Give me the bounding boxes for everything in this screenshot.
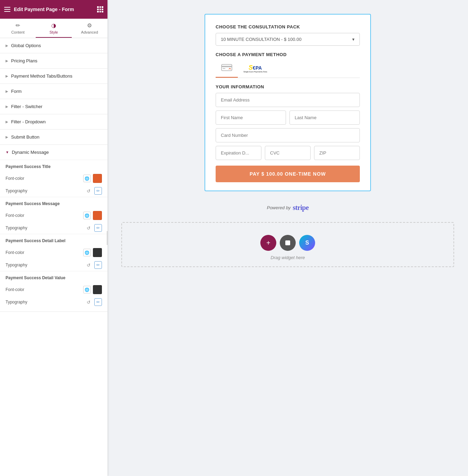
success-title-typography-controls: ↺ ✏: [85, 187, 102, 195]
accordion-form-label: Form: [11, 89, 21, 94]
accordion-filter-dropdown: ▶ Filter - Dropdown: [0, 114, 107, 130]
success-message-font-color-row: Font-color 🌐: [0, 209, 107, 222]
pencil-icon-button[interactable]: ✏: [94, 261, 102, 269]
payment-form-card: CHOOSE THE CONSULTATION PACK 10 MINUTE C…: [205, 14, 371, 191]
accordion-payment-method-tabs-label: Payment Method Tabs/Buttons: [11, 73, 72, 79]
accordion-filter-switcher-header[interactable]: ▶ Filter - Switcher: [0, 99, 107, 114]
drag-widget-area: + S Drag widget here: [121, 222, 454, 267]
email-field[interactable]: [216, 93, 360, 107]
accordion-form: ▶ Form: [0, 84, 107, 99]
stripe-brand-label: stripe: [293, 204, 309, 212]
success-message-typography-label: Typography: [6, 226, 27, 230]
accordion-payment-method-tabs-header[interactable]: ▶ Payment Method Tabs/Buttons: [0, 69, 107, 83]
sidebar-topbar: Edit Payment Page - Form: [0, 0, 107, 19]
accordion-dynamic-message: ▼ Dynamic Message Payment Success Title …: [0, 145, 107, 312]
refresh-icon-button[interactable]: ↺: [85, 224, 92, 232]
svg-rect-1: [222, 66, 232, 67]
success-message-color-swatch[interactable]: [93, 211, 102, 220]
accordion-submit-button-label: Submit Button: [11, 134, 40, 140]
pencil-icon-button[interactable]: ✏: [94, 187, 102, 195]
globe-icon-button[interactable]: 🌐: [83, 286, 91, 293]
tab-advanced-label: Advanced: [81, 30, 98, 34]
success-detail-value-font-color-label: Font-color: [6, 287, 24, 292]
chevron-right-icon: ▶: [6, 120, 8, 124]
pencil-icon-button[interactable]: ✏: [94, 224, 102, 232]
success-detail-label-typography-controls: ↺ ✏: [85, 261, 102, 269]
first-name-field[interactable]: [216, 111, 286, 125]
accordion-pricing-plans: ▶ Pricing Plans: [0, 53, 107, 69]
accordion-submit-button-header[interactable]: ▶ Submit Button: [0, 130, 107, 144]
success-title-typography-label: Typography: [6, 188, 27, 193]
success-message-typography-row: Typography ↺ ✏: [0, 222, 107, 234]
chevron-right-icon: ▶: [6, 74, 8, 78]
success-detail-label-font-color-controls: 🌐: [83, 248, 102, 257]
drag-widget-label: Drag widget here: [271, 255, 305, 260]
success-title-color-swatch[interactable]: [93, 174, 102, 183]
add-widget-button[interactable]: +: [260, 235, 276, 251]
consultation-dropdown[interactable]: 10 MINUTE CONSULTATION - $ 100.00 ▾: [216, 33, 360, 46]
advanced-icon: ⚙: [87, 22, 92, 29]
success-detail-value-font-color-controls: 🌐: [83, 285, 102, 294]
card-payment-icon: [221, 63, 232, 73]
expiry-field[interactable]: [216, 146, 261, 160]
main-content: CHOOSE THE CONSULTATION PACK 10 MINUTE C…: [107, 0, 468, 476]
payment-success-detail-value-section: Payment Success Detail Value: [0, 271, 107, 283]
sidebar-collapse-handle[interactable]: ‹: [107, 231, 107, 245]
refresh-icon-button[interactable]: ↺: [85, 187, 92, 195]
svg-rect-3: [285, 240, 290, 245]
globe-icon-button[interactable]: 🌐: [83, 175, 91, 182]
svg-rect-0: [222, 64, 232, 71]
consultation-section-label: CHOOSE THE CONSULTATION PACK: [216, 24, 360, 29]
tab-content[interactable]: ✏ Content: [0, 19, 36, 38]
tab-content-label: Content: [11, 30, 25, 34]
submit-payment-button[interactable]: PAY $ 100.00 ONE-TIME NOW: [216, 166, 360, 182]
success-message-font-color-label: Font-color: [6, 213, 24, 218]
success-detail-label-typography-row: Typography ↺ ✏: [0, 259, 107, 271]
last-name-field[interactable]: [289, 111, 360, 125]
zip-field[interactable]: [314, 146, 360, 160]
chevron-right-icon: ▶: [6, 44, 8, 47]
payment-methods: S €PA Single Euro Payments Area: [216, 61, 360, 78]
dropdown-arrow-icon: ▾: [352, 37, 355, 42]
accordion-payment-method-tabs: ▶ Payment Method Tabs/Buttons: [0, 69, 107, 84]
refresh-icon-button[interactable]: ↺: [85, 298, 92, 306]
accordion-dynamic-message-header[interactable]: ▼ Dynamic Message: [0, 145, 107, 160]
chevron-right-icon: ▶: [6, 135, 8, 139]
hamburger-icon[interactable]: [4, 7, 10, 12]
svg-rect-2: [223, 68, 225, 69]
cvc-field[interactable]: [265, 146, 311, 160]
success-detail-value-typography-label: Typography: [6, 300, 27, 305]
accordion-filter-dropdown-header[interactable]: ▶ Filter - Dropdown: [0, 114, 107, 129]
globe-icon-button[interactable]: 🌐: [83, 212, 91, 219]
payment-method-card[interactable]: [216, 61, 238, 78]
tab-advanced[interactable]: ⚙ Advanced: [72, 19, 107, 38]
square-widget-button[interactable]: [280, 235, 296, 251]
grid-icon[interactable]: [97, 6, 103, 12]
accordion-global-options: ▶ Global Options: [0, 38, 107, 53]
accordion-global-options-label: Global Options: [11, 43, 41, 48]
sidebar-title: Edit Payment Page - Form: [14, 7, 94, 12]
powered-by-label: Powered by: [267, 205, 291, 210]
success-detail-label-font-color-label: Font-color: [6, 250, 24, 255]
globe-icon-button[interactable]: 🌐: [83, 249, 91, 256]
tab-style[interactable]: ◑ Style: [36, 19, 71, 38]
success-detail-value-color-swatch[interactable]: [93, 285, 102, 294]
success-title-font-color-row: Font-color 🌐: [0, 172, 107, 185]
payment-method-sepa[interactable]: S €PA Single Euro Payments Area: [238, 61, 272, 78]
accordion-filter-switcher-label: Filter - Switcher: [11, 104, 42, 109]
card-number-field[interactable]: [216, 128, 360, 142]
accordion-submit-button: ▶ Submit Button: [0, 130, 107, 145]
success-detail-label-color-swatch[interactable]: [93, 248, 102, 257]
pencil-icon-button[interactable]: ✏: [94, 298, 102, 306]
accordion-form-header[interactable]: ▶ Form: [0, 84, 107, 99]
s-widget-button[interactable]: S: [299, 235, 315, 251]
payment-success-detail-label-section: Payment Success Detail Label: [0, 234, 107, 246]
success-detail-value-typography-controls: ↺ ✏: [85, 298, 102, 306]
success-detail-value-typography-row: Typography ↺ ✏: [0, 296, 107, 308]
accordion-global-options-header[interactable]: ▶ Global Options: [0, 38, 107, 53]
refresh-icon-button[interactable]: ↺: [85, 261, 92, 269]
accordion-dynamic-message-label: Dynamic Message: [12, 150, 49, 155]
success-message-font-color-controls: 🌐: [83, 211, 102, 220]
accordion-filter-switcher: ▶ Filter - Switcher: [0, 99, 107, 114]
accordion-pricing-plans-header[interactable]: ▶ Pricing Plans: [0, 53, 107, 68]
